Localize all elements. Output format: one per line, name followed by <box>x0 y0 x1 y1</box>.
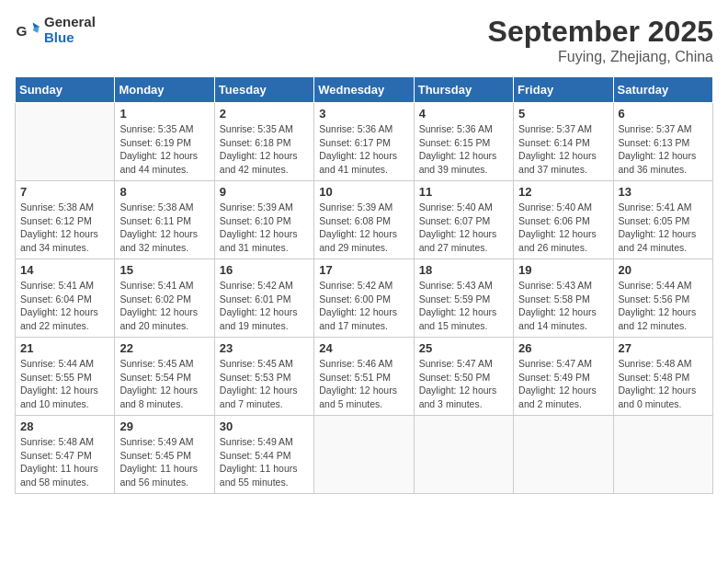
day-number: 2 <box>220 107 309 121</box>
day-info: Sunrise: 5:36 AM Sunset: 6:15 PM Dayligh… <box>419 122 508 177</box>
calendar-day-cell: 14Sunrise: 5:41 AM Sunset: 6:04 PM Dayli… <box>16 259 115 338</box>
calendar-day-cell: 29Sunrise: 5:49 AM Sunset: 5:45 PM Dayli… <box>115 416 214 494</box>
day-info: Sunrise: 5:48 AM Sunset: 5:47 PM Dayligh… <box>20 435 109 489</box>
weekday-header: Friday <box>514 77 613 103</box>
calendar-day-cell <box>613 416 712 494</box>
month-title: September 2025 <box>488 15 713 49</box>
day-info: Sunrise: 5:43 AM Sunset: 5:58 PM Dayligh… <box>518 279 608 333</box>
day-info: Sunrise: 5:44 AM Sunset: 5:55 PM Dayligh… <box>20 357 109 411</box>
calendar-day-cell: 30Sunrise: 5:49 AM Sunset: 5:44 PM Dayli… <box>214 416 313 494</box>
day-info: Sunrise: 5:40 AM Sunset: 6:06 PM Dayligh… <box>518 201 608 255</box>
weekday-header: Sunday <box>16 77 115 103</box>
calendar-day-cell: 16Sunrise: 5:42 AM Sunset: 6:01 PM Dayli… <box>214 259 313 338</box>
calendar-week-row: 14Sunrise: 5:41 AM Sunset: 6:04 PM Dayli… <box>16 259 713 338</box>
calendar-day-cell: 10Sunrise: 5:39 AM Sunset: 6:08 PM Dayli… <box>314 181 414 259</box>
day-info: Sunrise: 5:36 AM Sunset: 6:17 PM Dayligh… <box>319 122 408 177</box>
day-info: Sunrise: 5:43 AM Sunset: 5:59 PM Dayligh… <box>419 279 508 333</box>
day-info: Sunrise: 5:41 AM Sunset: 6:05 PM Dayligh… <box>619 201 708 255</box>
day-info: Sunrise: 5:45 AM Sunset: 5:53 PM Dayligh… <box>220 357 309 411</box>
calendar-day-cell: 9Sunrise: 5:39 AM Sunset: 6:10 PM Daylig… <box>214 181 313 259</box>
calendar-day-cell: 24Sunrise: 5:46 AM Sunset: 5:51 PM Dayli… <box>314 338 414 416</box>
day-number: 26 <box>518 341 608 355</box>
day-number: 6 <box>619 107 708 121</box>
calendar-day-cell: 8Sunrise: 5:38 AM Sunset: 6:11 PM Daylig… <box>115 181 214 259</box>
weekday-header: Tuesday <box>214 77 313 103</box>
day-info: Sunrise: 5:41 AM Sunset: 6:02 PM Dayligh… <box>119 279 209 333</box>
day-number: 13 <box>619 185 708 199</box>
calendar-day-cell: 25Sunrise: 5:47 AM Sunset: 5:50 PM Dayli… <box>414 338 513 416</box>
logo-icon: G <box>15 17 40 43</box>
calendar-week-row: 21Sunrise: 5:44 AM Sunset: 5:55 PM Dayli… <box>16 338 713 416</box>
weekday-header: Monday <box>115 77 214 103</box>
calendar-body: 1Sunrise: 5:35 AM Sunset: 6:19 PM Daylig… <box>16 103 713 494</box>
logo-line1: General <box>44 15 96 30</box>
calendar-day-cell: 28Sunrise: 5:48 AM Sunset: 5:47 PM Dayli… <box>16 416 115 494</box>
day-number: 4 <box>419 107 508 121</box>
calendar-day-cell: 6Sunrise: 5:37 AM Sunset: 6:13 PM Daylig… <box>613 103 712 181</box>
calendar-day-cell <box>514 416 613 494</box>
calendar-day-cell: 26Sunrise: 5:47 AM Sunset: 5:49 PM Dayli… <box>514 338 613 416</box>
weekday-header: Thursday <box>414 77 513 103</box>
day-number: 15 <box>119 263 209 277</box>
day-number: 14 <box>20 263 109 277</box>
calendar-day-cell <box>314 416 414 494</box>
day-info: Sunrise: 5:38 AM Sunset: 6:11 PM Dayligh… <box>119 201 209 255</box>
location: Fuying, Zhejiang, China <box>488 49 713 65</box>
day-info: Sunrise: 5:49 AM Sunset: 5:45 PM Dayligh… <box>119 435 209 489</box>
day-number: 27 <box>619 341 708 355</box>
calendar-day-cell: 13Sunrise: 5:41 AM Sunset: 6:05 PM Dayli… <box>613 181 712 259</box>
day-number: 29 <box>119 419 209 433</box>
weekday-row: SundayMondayTuesdayWednesdayThursdayFrid… <box>16 77 713 103</box>
logo-line2: Blue <box>44 30 96 46</box>
day-info: Sunrise: 5:37 AM Sunset: 6:13 PM Dayligh… <box>619 122 708 177</box>
calendar-day-cell: 21Sunrise: 5:44 AM Sunset: 5:55 PM Dayli… <box>16 338 115 416</box>
calendar-day-cell: 12Sunrise: 5:40 AM Sunset: 6:06 PM Dayli… <box>514 181 613 259</box>
day-info: Sunrise: 5:44 AM Sunset: 5:56 PM Dayligh… <box>619 279 708 333</box>
day-info: Sunrise: 5:37 AM Sunset: 6:14 PM Dayligh… <box>518 122 608 177</box>
day-number: 20 <box>619 263 708 277</box>
day-info: Sunrise: 5:49 AM Sunset: 5:44 PM Dayligh… <box>220 435 309 489</box>
day-info: Sunrise: 5:35 AM Sunset: 6:18 PM Dayligh… <box>220 122 309 177</box>
day-number: 23 <box>220 341 309 355</box>
calendar-week-row: 1Sunrise: 5:35 AM Sunset: 6:19 PM Daylig… <box>16 103 713 181</box>
day-number: 19 <box>518 263 608 277</box>
calendar-day-cell: 22Sunrise: 5:45 AM Sunset: 5:54 PM Dayli… <box>115 338 214 416</box>
day-info: Sunrise: 5:39 AM Sunset: 6:08 PM Dayligh… <box>319 201 408 255</box>
day-info: Sunrise: 5:48 AM Sunset: 5:48 PM Dayligh… <box>619 357 708 411</box>
logo: G General Blue <box>15 15 96 45</box>
calendar-day-cell: 27Sunrise: 5:48 AM Sunset: 5:48 PM Dayli… <box>613 338 712 416</box>
day-number: 10 <box>319 185 408 199</box>
page-header: G General Blue September 2025 Fuying, Zh… <box>15 15 713 65</box>
day-info: Sunrise: 5:35 AM Sunset: 6:19 PM Dayligh… <box>119 122 209 177</box>
day-info: Sunrise: 5:47 AM Sunset: 5:49 PM Dayligh… <box>518 357 608 411</box>
calendar-day-cell: 1Sunrise: 5:35 AM Sunset: 6:19 PM Daylig… <box>115 103 214 181</box>
calendar-day-cell: 18Sunrise: 5:43 AM Sunset: 5:59 PM Dayli… <box>414 259 513 338</box>
calendar-week-row: 28Sunrise: 5:48 AM Sunset: 5:47 PM Dayli… <box>16 416 713 494</box>
logo-text: General Blue <box>44 15 96 45</box>
day-info: Sunrise: 5:47 AM Sunset: 5:50 PM Dayligh… <box>419 357 508 411</box>
day-number: 7 <box>20 185 109 199</box>
day-info: Sunrise: 5:41 AM Sunset: 6:04 PM Dayligh… <box>20 279 109 333</box>
day-number: 16 <box>220 263 309 277</box>
calendar-day-cell: 11Sunrise: 5:40 AM Sunset: 6:07 PM Dayli… <box>414 181 513 259</box>
day-info: Sunrise: 5:46 AM Sunset: 5:51 PM Dayligh… <box>319 357 408 411</box>
day-info: Sunrise: 5:42 AM Sunset: 6:01 PM Dayligh… <box>220 279 309 333</box>
calendar-table: SundayMondayTuesdayWednesdayThursdayFrid… <box>15 76 713 494</box>
calendar-day-cell: 17Sunrise: 5:42 AM Sunset: 6:00 PM Dayli… <box>314 259 414 338</box>
day-number: 5 <box>518 107 608 121</box>
day-number: 1 <box>119 107 209 121</box>
day-number: 11 <box>419 185 508 199</box>
weekday-header: Wednesday <box>314 77 414 103</box>
calendar-day-cell: 20Sunrise: 5:44 AM Sunset: 5:56 PM Dayli… <box>613 259 712 338</box>
calendar-day-cell <box>16 103 115 181</box>
day-info: Sunrise: 5:38 AM Sunset: 6:12 PM Dayligh… <box>20 201 109 255</box>
day-info: Sunrise: 5:39 AM Sunset: 6:10 PM Dayligh… <box>220 201 309 255</box>
title-block: September 2025 Fuying, Zhejiang, China <box>488 15 713 65</box>
day-number: 25 <box>419 341 508 355</box>
day-info: Sunrise: 5:40 AM Sunset: 6:07 PM Dayligh… <box>419 201 508 255</box>
day-number: 30 <box>220 419 309 433</box>
calendar-day-cell: 19Sunrise: 5:43 AM Sunset: 5:58 PM Dayli… <box>514 259 613 338</box>
calendar-day-cell: 3Sunrise: 5:36 AM Sunset: 6:17 PM Daylig… <box>314 103 414 181</box>
calendar-day-cell: 4Sunrise: 5:36 AM Sunset: 6:15 PM Daylig… <box>414 103 513 181</box>
day-number: 17 <box>319 263 408 277</box>
